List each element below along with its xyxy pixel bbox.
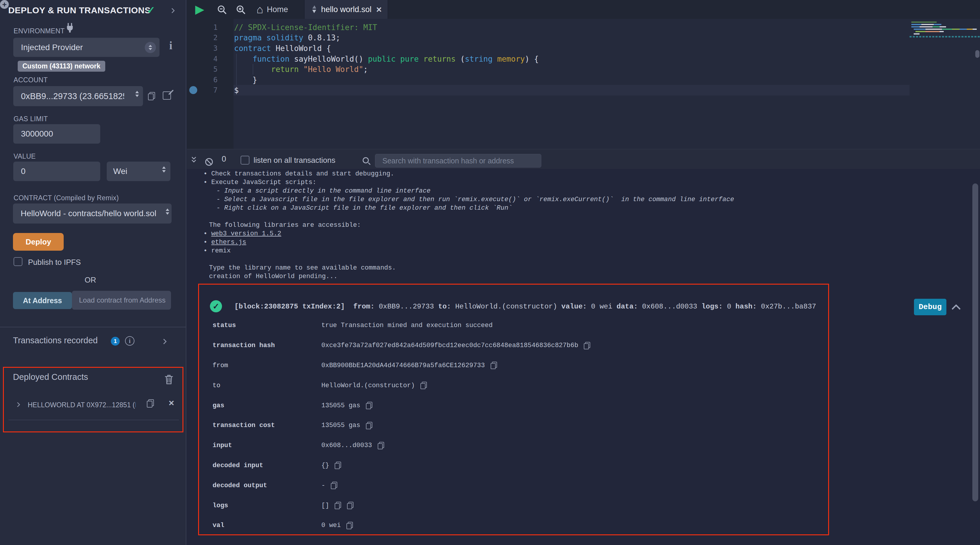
account-copy-icon[interactable] — [148, 92, 155, 100]
zoom-out-icon[interactable] — [217, 5, 227, 15]
contract-select[interactable]: HelloWorld - contracts/hello world.sol — [13, 204, 172, 223]
line-number[interactable]: 6 — [187, 76, 218, 84]
terminal-link[interactable]: ethers.js — [211, 239, 246, 246]
run-icon[interactable]: ▶ — [195, 2, 204, 16]
tab-close-icon[interactable]: × — [376, 4, 382, 15]
line-number[interactable]: 7 — [187, 86, 218, 94]
tx-row-value: 0xBB900BbE1A20dA4d474666B79a5fa6CE126297… — [321, 362, 485, 369]
tab-home[interactable]: ⌂ Home — [252, 0, 292, 19]
terminal-collapse-icon[interactable] — [192, 156, 198, 163]
account-select[interactable]: 0xBB9...29733 (23.6651825 — [13, 86, 143, 106]
compile-check-icon: ✓ — [147, 4, 155, 16]
code-line[interactable]: 3contract HelloWorld { — [187, 43, 909, 54]
panel-title: DEPLOY & RUN TRANSACTIONS — [8, 5, 151, 15]
terminal-scrollbar[interactable] — [972, 183, 978, 501]
copy-icon[interactable] — [420, 382, 427, 389]
copy-icon[interactable] — [335, 502, 341, 509]
listen-checkbox[interactable] — [240, 156, 250, 164]
copy-icon[interactable] — [347, 502, 354, 509]
terminal-line: The following libraries are accessible: — [204, 221, 734, 229]
code-text: // SPDX-License-Identifier: MIT — [234, 23, 377, 32]
publish-ipfs-checkbox[interactable] — [14, 257, 22, 266]
trash-icon[interactable] — [164, 374, 173, 384]
line-number[interactable]: 4 — [187, 55, 218, 63]
code-line[interactable]: 7$ — [187, 85, 909, 96]
tx-row-value: 135055 gas — [321, 422, 360, 429]
terminal-line: • ethers.js — [204, 238, 734, 247]
code-line[interactable]: 2pragma solidity 0.8.13; — [187, 33, 909, 43]
terminal-link[interactable]: web3 version 1.5.2 — [211, 230, 281, 237]
terminal-line: - Right click on a JavaScript file in th… — [204, 204, 734, 212]
tx-row: gas135055 gas — [213, 395, 802, 416]
terminal-line: - Select a Javascript file in the file e… — [204, 195, 734, 204]
chevron-updown-icon — [166, 209, 169, 215]
copy-icon[interactable] — [491, 362, 497, 369]
tx-row-value: 0x608...d0033 — [321, 442, 372, 449]
panel-collapse-icon[interactable] — [170, 8, 175, 13]
copy-icon[interactable] — [366, 402, 372, 409]
value-input[interactable] — [13, 162, 100, 181]
account-add-icon[interactable]: + — [0, 0, 9, 9]
copy-icon[interactable] — [335, 462, 341, 469]
listen-label: listen on all transactions — [253, 156, 335, 165]
gas-limit-input[interactable] — [13, 124, 100, 143]
tx-summary[interactable]: [block:23082875 txIndex:2] from: 0xBB9..… — [234, 303, 816, 311]
tx-row: logs[] — [213, 496, 802, 516]
terminal-line — [204, 212, 734, 221]
tx-row: val0 wei — [213, 516, 802, 535]
plug-icon — [65, 23, 75, 34]
tx-row-label: from — [213, 362, 321, 369]
copy-icon[interactable] — [366, 422, 372, 429]
at-address-input[interactable] — [72, 291, 171, 310]
code-text: return "Hello World"; — [234, 65, 368, 74]
code-line[interactable]: 1// SPDX-License-Identifier: MIT — [187, 22, 909, 33]
environment-label: ENVIRONMENT — [14, 27, 65, 35]
pending-count: 0 — [222, 155, 226, 164]
tx-row-label: decoded output — [213, 482, 321, 489]
editor: ▶ ⌂ Home hello world.sol — [187, 0, 980, 149]
divider — [8, 420, 179, 420]
at-address-button[interactable]: At Address — [13, 292, 72, 309]
tx-row-label: logs — [213, 502, 321, 509]
code-lines[interactable]: 1// SPDX-License-Identifier: MIT2pragma … — [187, 22, 909, 96]
zoom-in-icon[interactable] — [236, 5, 246, 15]
account-edit-icon[interactable] — [163, 91, 171, 100]
value-label: VALUE — [14, 153, 36, 161]
tx-row: from0xBB900BbE1A20dA4d474666B79a5fa6CE12… — [213, 356, 802, 376]
code-line[interactable]: 6 } — [187, 75, 909, 85]
transactions-count-badge: 1 — [111, 337, 120, 346]
deployed-contract-label[interactable]: HELLOWORLD AT 0X972...12851 (B — [28, 401, 135, 409]
tx-row-label: transaction cost — [213, 422, 321, 429]
gas-limit-label: GAS LIMIT — [14, 115, 48, 123]
tx-row: transaction hash0xce3fe73a72af027ed842a6… — [213, 336, 802, 356]
deploy-button[interactable]: Deploy — [13, 233, 64, 251]
clear-icon[interactable] — [205, 158, 213, 166]
minimap-scroll-handle[interactable] — [975, 50, 979, 58]
line-number[interactable]: 1 — [187, 23, 218, 32]
code-line[interactable]: 5 return "Hello World"; — [187, 64, 909, 75]
minimap[interactable] — [910, 19, 980, 149]
tx-row-value: true Transaction mined and execution suc… — [321, 322, 493, 329]
terminal-search-input[interactable] — [375, 154, 541, 167]
value-unit-select[interactable]: Wei — [107, 162, 170, 181]
terminal-line: - Input a script directly in the command… — [204, 187, 734, 195]
copy-icon[interactable] — [347, 522, 353, 529]
line-number[interactable]: 5 — [187, 65, 218, 73]
terminal-line: • remix — [204, 247, 734, 255]
transactions-expand-icon[interactable] — [161, 339, 167, 344]
tab-file[interactable]: hello world.sol × — [304, 0, 388, 19]
deployed-contract-copy-icon[interactable] — [147, 399, 154, 408]
environment-select[interactable]: Injected Provider — [13, 38, 159, 57]
copy-icon[interactable] — [331, 482, 337, 489]
copy-icon[interactable] — [378, 442, 384, 449]
transactions-info-icon[interactable]: i — [125, 336, 134, 346]
code-text: $ — [234, 86, 239, 95]
deployed-contract-close-icon[interactable]: × — [169, 398, 174, 408]
terminal-line: creation of HelloWorld pending... — [204, 272, 734, 281]
environment-info-icon[interactable]: i — [169, 39, 172, 52]
line-number[interactable]: 2 — [187, 33, 218, 42]
copy-icon[interactable] — [584, 342, 590, 349]
line-number[interactable]: 3 — [187, 44, 218, 53]
code-line[interactable]: 4 function sayHelloWorld() public pure r… — [187, 54, 909, 64]
debug-button[interactable]: Debug — [914, 299, 947, 315]
